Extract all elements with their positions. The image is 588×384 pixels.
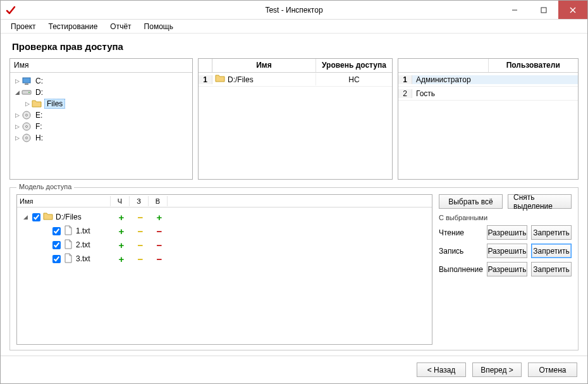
drive-tree-item[interactable]: ▷Files (11, 98, 191, 109)
model-row-item[interactable]: ◢D:/Files+−+ (18, 210, 431, 224)
access-body[interactable]: 1D:/FilesНС (199, 73, 392, 179)
tree-toggle-icon[interactable]: ▷ (13, 112, 21, 118)
app-icon (6, 5, 16, 15)
model-tree-body[interactable]: ◢D:/Files+−+1.txt+−−2.txt+−−3.txt+−− (17, 207, 432, 344)
computer-icon (21, 76, 32, 86)
perm-label: Запись (439, 247, 483, 256)
svg-rect-5 (25, 84, 28, 85)
access-model-title: Модель доступа (16, 183, 74, 190)
drive-tree-item[interactable]: ◢D: (11, 87, 191, 98)
page-title: Проверка прав доступа (12, 41, 579, 52)
deny-button[interactable]: Запретить (531, 244, 572, 258)
model-item-checkbox[interactable] (32, 213, 40, 221)
close-button[interactable] (558, 1, 587, 19)
perm-line: ЧтениеРазрешитьЗапретить (439, 225, 572, 240)
perm-label: Выполнение (439, 265, 483, 274)
access-model-group: Модель доступа Имя Ч З В ◢D:/Files+−+1.t… (9, 187, 579, 350)
menu-bar: Проект Тестирование Отчёт Помощь (1, 20, 587, 34)
tree-toggle-icon[interactable]: ▷ (13, 78, 21, 84)
row-number: 2 (398, 89, 412, 98)
deny-button[interactable]: Запретить (531, 262, 572, 276)
maximize-button[interactable] (529, 1, 558, 19)
tree-item-label: Files (44, 99, 65, 109)
model-row-item[interactable]: 2.txt+−− (18, 238, 431, 252)
model-item-checkbox[interactable] (52, 255, 61, 263)
model-item-checkbox[interactable] (52, 241, 61, 249)
window-title: Test - Инспектор (1, 6, 587, 15)
tree-item-label: H: (34, 133, 44, 142)
users-row[interactable]: 1Администратор (398, 73, 578, 87)
perm-read: + (112, 254, 131, 264)
model-row-item[interactable]: 3.txt+−− (18, 252, 431, 266)
select-all-button[interactable]: Выбрать всё (439, 194, 503, 209)
menu-testing[interactable]: Тестирование (42, 20, 104, 33)
disc-icon (21, 110, 32, 120)
perm-label: Чтение (439, 228, 483, 237)
model-header-write: З (130, 196, 149, 206)
tree-item-label: D: (34, 88, 44, 97)
menu-help[interactable]: Помощь (138, 20, 180, 33)
file-icon (63, 253, 73, 265)
tree-toggle-icon[interactable]: ▷ (13, 135, 21, 141)
row-name: D:/Files (212, 73, 316, 85)
drive-tree-item[interactable]: ▷H: (11, 132, 191, 144)
tree-item-label: E: (34, 111, 44, 120)
model-item-checkbox[interactable] (52, 227, 61, 235)
drives-panel: Имя ▷C:◢D:▷Files▷E:▷F:▷H: (9, 58, 193, 180)
model-item-name: 2.txt (18, 239, 112, 251)
users-body[interactable]: 1Администратор2Гость (398, 73, 578, 179)
deny-button[interactable]: Запретить (531, 225, 572, 240)
model-item-label: D:/Files (56, 213, 82, 221)
drive-tree-item[interactable]: ▷E: (11, 109, 191, 121)
selection-buttons: Выбрать всё Снять выделение (439, 194, 572, 209)
tree-toggle-icon[interactable]: ◢ (21, 214, 30, 220)
tree-toggle-icon[interactable]: ▷ (23, 101, 32, 107)
drives-header-name: Имя (10, 59, 192, 72)
menu-project[interactable]: Проект (4, 20, 42, 33)
svg-rect-1 (541, 8, 546, 13)
menu-report[interactable]: Отчёт (104, 20, 137, 33)
model-item-label: 2.txt (76, 240, 90, 249)
access-header-level: Уровень доступа (316, 59, 392, 72)
back-button[interactable]: < Назад (417, 362, 466, 377)
model-tree-header: Имя Ч З В (17, 195, 432, 207)
cancel-button[interactable]: Отмена (528, 362, 577, 377)
perm-exec: − (150, 226, 169, 237)
user-name: Администратор (412, 75, 578, 84)
perm-write: − (131, 254, 150, 264)
access-panel: Имя Уровень доступа 1D:/FilesНС (198, 58, 393, 180)
access-row[interactable]: 1D:/FilesНС (199, 73, 392, 87)
users-row[interactable]: 2Гость (398, 87, 578, 101)
svg-point-9 (26, 115, 28, 116)
tree-item-label: C: (34, 77, 44, 85)
model-row: Имя Ч З В ◢D:/Files+−+1.txt+−−2.txt+−−3.… (16, 194, 572, 345)
drives-tree[interactable]: ▷C:◢D:▷Files▷E:▷F:▷H: (10, 73, 192, 179)
drive-tree-item[interactable]: ▷C: (11, 75, 191, 87)
allow-button[interactable]: Разрешить (487, 262, 527, 276)
row-number: 1 (199, 75, 212, 84)
perm-write: − (131, 240, 150, 251)
tree-toggle-icon[interactable]: ◢ (13, 89, 21, 96)
app-window: Test - Инспектор Проект Тестирование Отч… (0, 0, 588, 384)
svg-rect-4 (23, 78, 30, 83)
tree-toggle-icon[interactable]: ▷ (13, 123, 21, 130)
drive-tree-item[interactable]: ▷F: (11, 121, 191, 132)
next-button[interactable]: Вперед > (472, 362, 522, 377)
drives-header: Имя (10, 59, 192, 73)
disc-icon (21, 121, 32, 132)
row-level: НС (316, 75, 392, 84)
deselect-button[interactable]: Снять выделение (508, 194, 572, 209)
disc-icon (21, 133, 32, 143)
model-item-label: 1.txt (76, 226, 90, 235)
model-row-item[interactable]: 1.txt+−− (18, 224, 431, 238)
perm-read: + (112, 212, 131, 223)
window-controls (500, 1, 587, 19)
svg-point-13 (26, 137, 28, 139)
drive-icon (21, 87, 32, 97)
wizard-buttons: < Назад Вперед > Отмена (1, 356, 587, 383)
title-bar: Test - Инспектор (1, 1, 587, 20)
minimize-button[interactable] (500, 1, 529, 19)
allow-button[interactable]: Разрешить (487, 244, 527, 258)
content-area: Проверка прав доступа Имя ▷C:◢D:▷Files▷E… (1, 34, 587, 356)
allow-button[interactable]: Разрешить (487, 225, 527, 240)
